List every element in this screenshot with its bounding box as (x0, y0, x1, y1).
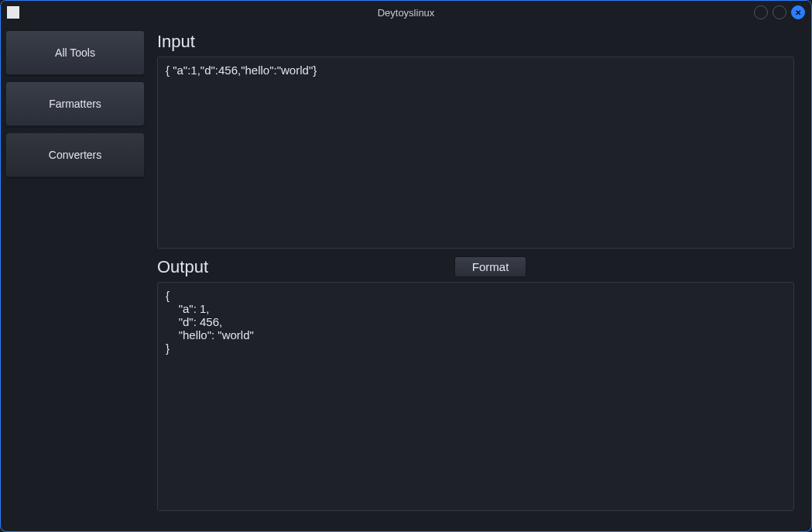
window-title: Deytoyslinux (378, 7, 435, 19)
close-button[interactable] (791, 5, 805, 19)
content-area: All Tools Farmatters Converters Input { … (1, 24, 811, 531)
sidebar-item-converters[interactable]: Converters (5, 132, 145, 177)
output-textarea[interactable]: { "a": 1, "d": 456, "hello": "world" } (157, 282, 794, 511)
input-textarea[interactable]: { "a":1,"d":456,"hello":"world"} (157, 57, 794, 249)
minimize-button[interactable] (754, 5, 768, 19)
output-label: Output (157, 257, 208, 277)
window-controls (754, 5, 805, 19)
sidebar: All Tools Farmatters Converters (5, 27, 145, 527)
sidebar-item-farmatters[interactable]: Farmatters (5, 81, 145, 126)
titlebar: Deytoyslinux (1, 1, 811, 24)
output-header: Output Format (157, 256, 794, 277)
sidebar-item-all-tools[interactable]: All Tools (5, 30, 145, 75)
main-panel: Input { "a":1,"d":456,"hello":"world"} O… (151, 27, 807, 527)
app-icon (7, 6, 19, 19)
format-button[interactable]: Format (454, 256, 527, 277)
input-label: Input (157, 32, 794, 52)
maximize-button[interactable] (773, 5, 786, 19)
